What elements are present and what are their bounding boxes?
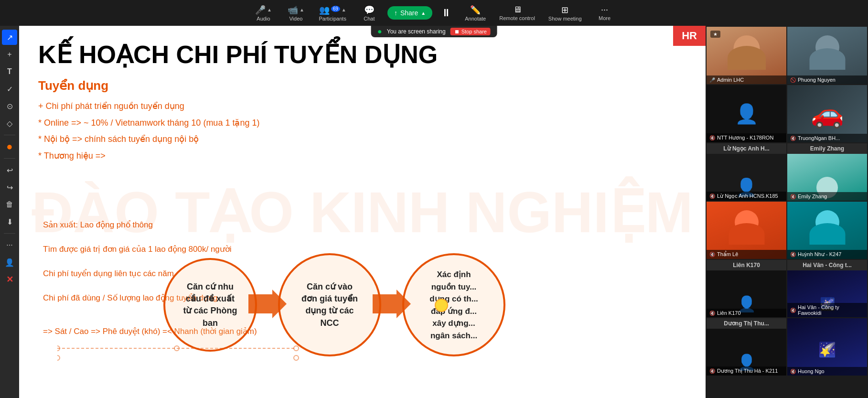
user-tool[interactable]: 👤 [2, 255, 17, 270]
more-control[interactable]: ··· More [590, 3, 619, 23]
pointer-tool[interactable]: ↗ [2, 30, 17, 45]
annotate-icon: ✏️ [470, 5, 481, 15]
participant-card[interactable]: Emily Zhang 🔇 Emily Zhang [787, 143, 867, 201]
redo-tool[interactable]: ↪ [2, 180, 17, 195]
slide-line-1: + Chi phí phát triển nguồn tuyển dụng [38, 99, 686, 114]
sidebar-sep3 [4, 233, 15, 234]
audio-chevron: ▲ [267, 7, 272, 12]
stop-share-button[interactable]: ⏹ Stop share [450, 28, 491, 35]
mic-icon-7: 🔇 [709, 252, 715, 257]
circle-3-text: Xác địnhnguồn tuy...dụng có th...đáp ứng… [411, 269, 497, 342]
participants-panel: ★ 🎤 Admin LHC 🚫 Phuong Nguyen 👤 🔇 NTT Hư… [706, 26, 868, 398]
undo-tool[interactable]: ↩ [2, 162, 17, 178]
mic-icon-2: 🚫 [790, 77, 796, 83]
shape-tool[interactable]: ◇ [2, 116, 17, 131]
show-meeting-control[interactable]: ⊞ Show meeting [544, 3, 587, 23]
check-tool[interactable]: ✓ [2, 81, 17, 97]
circle-1-text: Căn cứ nhucầu đề xuấttừ các Phòngban [172, 281, 248, 329]
svg-marker-7 [248, 290, 287, 318]
slide-line-2: * Online => ~ 10% / Vietnamwork tháng 10… [38, 116, 686, 130]
participant-name-11: Dương Thị Thu Hà - K211 [717, 368, 778, 374]
participant-name-bar-5: 🔇 Lừ Ngọc Anh HCNS.K185 [707, 192, 786, 201]
more-icon: ··· [601, 5, 608, 15]
participant-card[interactable]: Liên K170 👤 🔇 Liên K170 [707, 260, 786, 317]
participant-name-bar-6: 🔇 Emily Zhang [787, 192, 867, 201]
participant-name-bar-3: 🔇 NTT Hương - K178RON [707, 133, 786, 142]
share-chevron: ▲ [421, 11, 426, 16]
screen-share-banner: ● You are screen sharing ⏹ Stop share [371, 26, 497, 37]
audio-control[interactable]: 🎤 ▲ Audio [249, 3, 278, 23]
pause-icon: ⏸ [441, 7, 451, 19]
participants-label: Participants [319, 16, 346, 22]
mic-icon-9: 🔇 [709, 311, 715, 316]
show-meeting-icon: ⊞ [561, 5, 568, 15]
participant-name-7: Thẩm Lê [717, 251, 738, 258]
participant-name-bar-12: 🔇 Huong Ngo [787, 367, 867, 376]
delete-tool[interactable]: 🗑 [2, 197, 17, 212]
slide-line-3: * Nội bộ => chính sách tuyển dụng nội bộ [38, 132, 686, 147]
download-tool[interactable]: ⬇ [2, 214, 17, 229]
participant-name-2: Phuong Nguyen [798, 77, 836, 83]
mic-icon-10: 🔇 [790, 308, 796, 313]
participant-card[interactable]: ★ 🎤 Admin LHC [707, 27, 786, 84]
mic-icon-11: 🔇 [709, 368, 715, 374]
mic-icon-5: 🔇 [709, 194, 715, 199]
color-tool[interactable]: ● [2, 139, 17, 154]
slide-title: KẾ HOẠCH CHI PHÍ TUYỂN DỤNG [38, 40, 686, 69]
target-tool[interactable]: ⊙ [2, 98, 17, 114]
chat-control[interactable]: 💬 Chat [355, 3, 384, 23]
participant-card[interactable]: Lừ Ngọc Anh H... 👤 🔇 Lừ Ngọc Anh HCNS.K1… [707, 143, 786, 201]
close-tool[interactable]: ✕ [2, 272, 17, 287]
participants-icon: 👥 [319, 5, 330, 15]
share-dot: ● [377, 27, 382, 36]
remote-control[interactable]: 🖥 Remote control [494, 3, 540, 23]
mic-icon-6: 🔇 [790, 194, 796, 199]
pause-button[interactable]: ⏸ [436, 5, 456, 21]
screen-share-text: You are screen sharing [387, 28, 446, 35]
participant-card[interactable]: 🚫 Phuong Nguyen [787, 27, 867, 84]
sidebar-sep1 [4, 135, 15, 135]
camera-icon: 📹 [288, 5, 298, 15]
participant-card[interactable]: 🔇 Thẩm Lê [707, 202, 786, 259]
video-control[interactable]: 📹 ▲ Video [281, 3, 310, 23]
participant-card[interactable]: 🚗 🔇 TruongNgan BH... [787, 85, 867, 142]
participant-name-4: TruongNgan BH... [798, 135, 840, 141]
space-emoji-2: 🌠 [818, 341, 836, 358]
text-tool[interactable]: T [2, 64, 17, 79]
remote-icon: 🖥 [513, 5, 522, 15]
participant-name-bar-2: 🚫 Phuong Nguyen [787, 75, 867, 84]
participant-name-10: Hai Vân - Công ty Fawookidi [798, 304, 864, 316]
body-sim-8 [809, 223, 845, 245]
section-header-duong: Dương Thị Thu... [707, 318, 786, 329]
mic-icon-4: 🔇 [790, 136, 796, 141]
share-icon: ↑ [394, 9, 397, 17]
add-tool[interactable]: + [2, 47, 17, 62]
arrow-2 [373, 290, 411, 320]
slide-line-4: * Thương hiệu => [38, 149, 686, 163]
arrow-1 [248, 290, 287, 320]
stop-icon: ⏹ [454, 29, 460, 34]
participants-chevron: ▲ [342, 7, 346, 12]
participant-name-12: Huong Ngo [798, 368, 825, 374]
participant-name-1: Admin LHC [717, 77, 744, 83]
annotate-label: Annotate [465, 16, 486, 22]
participants-control[interactable]: 👥 69 ▲ Participants [314, 3, 351, 23]
participant-card[interactable]: 👤 🔇 NTT Hương - K178RON [707, 85, 786, 142]
video-label: Video [289, 16, 302, 22]
participant-card[interactable]: 🌠 🔇 Huong Ngo [787, 318, 867, 376]
circle-3: Xác địnhnguồn tuy...dụng có th...đáp ứng… [401, 252, 506, 357]
svg-point-4 [57, 355, 60, 360]
participant-card[interactable]: Dương Thị Thu... 👤 🔇 Dương Thị Thu Hà - … [707, 318, 786, 376]
toolbar: 🎤 ▲ Audio 📹 ▲ Video 👥 69 ▲ Participants … [0, 0, 868, 26]
section-header-luu: Lừ Ngọc Anh H... [707, 143, 786, 154]
share-button[interactable]: ↑ Share ▲ [387, 6, 432, 20]
participant-card[interactable]: Hai Vân - Công t... 🌌 🔇 Hai Vân - Công t… [787, 260, 867, 317]
section-header-lien: Liên K170 [707, 260, 786, 270]
more-tools[interactable]: ··· [2, 237, 17, 253]
participant-name-bar-4: 🔇 TruongNgan BH... [787, 134, 867, 142]
chat-label: Chat [364, 16, 375, 22]
participant-card[interactable]: 🔇 Huỳnh Như - K247 [787, 202, 867, 259]
annotate-control[interactable]: ✏️ Annotate [460, 3, 491, 23]
body-sim [728, 46, 766, 70]
participant-name-3: NTT Hương - K178RON [717, 135, 773, 141]
